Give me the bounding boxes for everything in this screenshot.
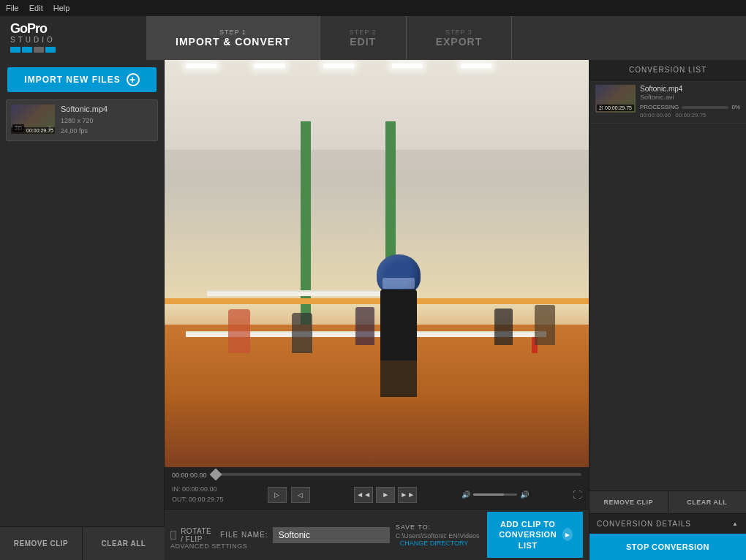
conv-progress-row: PROCESSING 0%	[640, 104, 740, 110]
save-to-path: C:\Users\Softonic EN\Videos	[396, 532, 480, 540]
logo-dot-4	[45, 47, 56, 53]
logo-dot-3	[34, 47, 44, 53]
save-to-label: SAVE TO:	[396, 523, 481, 531]
import-new-files-button[interactable]: IMPORT NEW FILES +	[7, 67, 157, 92]
mark-in-button[interactable]: ▷	[268, 487, 287, 503]
step-3-label: EXPORT	[436, 36, 483, 48]
list-item[interactable]: 2D ▶ 00:00:29.75 Softonic.mp4 1280 x 720…	[6, 99, 158, 141]
step-3-tab[interactable]: STEP 3 EXPORT	[407, 16, 513, 60]
logo-dot-2	[22, 47, 32, 53]
playback-controls-row: IN: 00:00:00.00 OUT: 00:00:29.75 ▷ ◁ ◄◄ …	[172, 485, 581, 504]
logo-dot-1	[10, 47, 20, 53]
conv-times: 00:00:00.00 00:00:29.75	[640, 112, 740, 118]
steps-header: STEP 1 IMPORT & CONVERT STEP 2 EDIT STEP…	[146, 16, 746, 60]
change-directory-button[interactable]: CHANGE DIRECTORY	[400, 540, 469, 547]
rewind-button[interactable]: ◄◄	[354, 487, 373, 503]
timeline-bar[interactable]	[211, 473, 581, 476]
scene-person-bg-5	[355, 307, 374, 345]
ceiling-light-1	[186, 64, 216, 68]
add-clip-label: ADD CLIP TO CONVERSION LIST	[497, 519, 558, 550]
left-sidebar: IMPORT NEW FILES + 2D ▶ 00:00:29.75 Soft…	[0, 60, 165, 560]
plus-icon: +	[127, 73, 140, 86]
center-area: 00:00:00.00 IN: 00:00:00.00 OUT: 00:00:2…	[165, 60, 589, 560]
conv-file-name: Softonic.mp4	[640, 85, 740, 93]
sidebar-spacer	[0, 145, 164, 560]
file-fps: 24,00 fps	[61, 126, 153, 137]
conversion-details-label: CONVERSION DETAILS	[597, 520, 691, 528]
file-duration-thumb: 00:00:29.75	[11, 127, 55, 134]
file-info: Softonic.mp4 1280 x 720 24,00 fps	[61, 105, 153, 136]
rotate-flip-label: ROTATE / FLIP	[181, 527, 214, 543]
advanced-settings-button[interactable]: ADVANCED SETTINGS	[170, 542, 247, 550]
rotate-flip-checkbox[interactable]	[170, 531, 176, 540]
video-frame	[165, 60, 589, 467]
conv-time-elapsed: 00:00:00.00	[640, 112, 671, 118]
add-clip-arrow-icon: ►	[562, 528, 573, 541]
title-bar: File Edit Help	[0, 0, 746, 16]
video-controls: 00:00:00.00 IN: 00:00:00.00 OUT: 00:00:2…	[165, 467, 589, 509]
scene-person-bg-4	[535, 305, 555, 345]
bottom-bar: ROTATE / FLIP FILE NAME: SAVE TO: C:\Use…	[165, 509, 589, 560]
conversion-list-item[interactable]: 2D 00:00:29.75 Softonic.mp4 Softonic.avi…	[589, 80, 746, 124]
scene-helmet	[377, 254, 421, 295]
fast-forward-button[interactable]: ►►	[398, 487, 417, 503]
conv-output-name: Softonic.avi	[640, 94, 740, 101]
logo-studio: STUDIO	[10, 36, 69, 44]
play-button[interactable]: ►	[376, 487, 395, 503]
volume-fill	[473, 493, 504, 496]
file-name-static-label: FILE NAME:	[220, 531, 268, 539]
sidebar-footer: REMOVE CLIP CLEAR ALL	[0, 526, 165, 560]
in-point-display: IN: 00:00:00.00	[172, 485, 224, 495]
logo-gopro: GoPro	[10, 22, 69, 35]
right-panel-action-buttons: REMOVE CLIP CLEAR ALL	[589, 491, 746, 513]
file-name-input[interactable]	[273, 527, 390, 543]
menu-bar: File Edit Help	[6, 4, 69, 12]
step-3-num: STEP 3	[445, 29, 472, 36]
scene-person-bg-2	[292, 313, 312, 353]
right-panel-spacer	[589, 124, 746, 491]
ceiling-light-2	[255, 64, 285, 68]
out-point-display: OUT: 00:00:29.75	[172, 495, 224, 505]
conv-progress-bar	[682, 106, 728, 109]
conversion-details-toggle[interactable]: CONVERSION DETAILS ▲	[589, 513, 746, 534]
conv-thumb-duration: 00:00:29.75	[603, 105, 634, 111]
step-1-label: IMPORT & CONVERT	[176, 36, 290, 48]
in-out-info: IN: 00:00:00.00 OUT: 00:00:29.75	[172, 485, 224, 504]
conversion-thumbnail: 2D 00:00:29.75	[595, 85, 636, 113]
scene-body	[380, 290, 417, 363]
right-panel: CONVERSION LIST 2D 00:00:29.75 Softonic.…	[589, 60, 746, 560]
trim-btns-group: ▷ ◁	[268, 487, 310, 503]
ceiling-light-4	[392, 64, 423, 68]
file-resolution: 1280 x 720	[61, 116, 153, 126]
conversion-info: Softonic.mp4 Softonic.avi PROCESSING 0% …	[640, 85, 740, 118]
stop-conversion-button[interactable]: STOP CONVERSION	[589, 534, 746, 560]
playback-buttons: ◄◄ ► ►►	[354, 487, 417, 503]
add-clip-to-conversion-list-button[interactable]: ADD CLIP TO CONVERSION LIST ►	[487, 512, 583, 558]
volume-control: 🔊 🔊	[461, 491, 529, 499]
step-1-tab[interactable]: STEP 1 IMPORT & CONVERT	[146, 16, 320, 60]
timeline-handle[interactable]	[209, 469, 222, 481]
right-remove-clip-button[interactable]: REMOVE CLIP	[589, 491, 668, 513]
conv-time-total: 00:00:29.75	[675, 112, 706, 118]
current-time-display: 00:00:00.00	[172, 472, 207, 479]
file-name-label: Softonic.mp4	[61, 105, 153, 113]
scene-person-helmet	[369, 254, 428, 386]
ceiling-light-5	[461, 64, 491, 68]
remove-clip-button[interactable]: REMOVE CLIP	[0, 527, 83, 560]
menu-file[interactable]: File	[6, 4, 19, 12]
logo-area: GoPro STUDIO	[10, 22, 69, 53]
menu-help[interactable]: Help	[53, 4, 70, 12]
chevron-up-icon: ▲	[732, 521, 739, 527]
conv-progress-label: PROCESSING	[640, 104, 679, 110]
fullscreen-button[interactable]: ⛶	[573, 490, 581, 500]
right-clear-all-button[interactable]: CLEAR ALL	[668, 491, 747, 513]
import-btn-label: IMPORT NEW FILES	[24, 75, 120, 85]
step-2-tab[interactable]: STEP 2 EDIT	[320, 16, 407, 60]
mark-out-button[interactable]: ◁	[291, 487, 310, 503]
scene-ceiling-lights	[186, 64, 568, 68]
conversion-list-header: CONVERSION LIST	[589, 60, 746, 80]
menu-edit[interactable]: Edit	[29, 4, 43, 12]
rotate-flip-section: ROTATE / FLIP	[170, 527, 214, 543]
clear-all-button[interactable]: CLEAR ALL	[83, 527, 165, 560]
volume-slider[interactable]	[473, 493, 517, 496]
